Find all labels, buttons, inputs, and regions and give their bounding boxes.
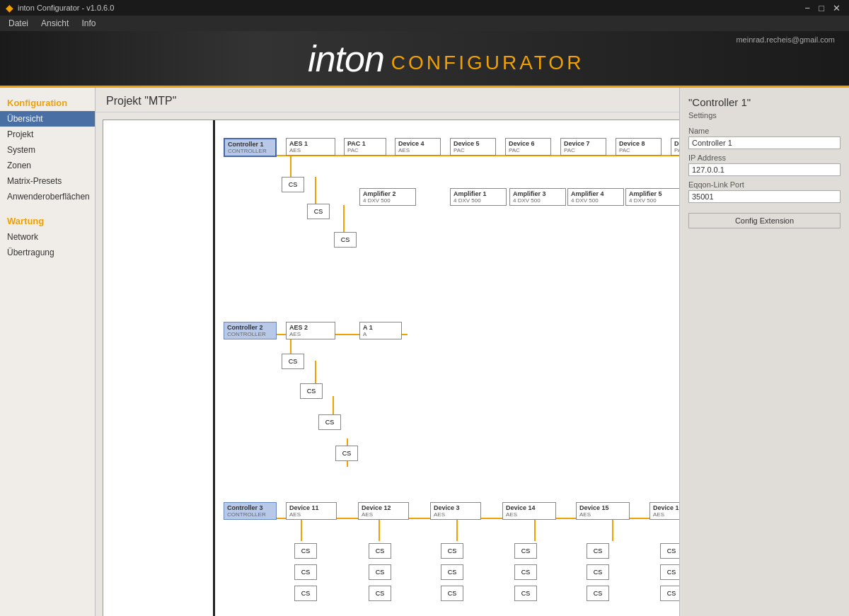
app-header: inton CONFIGURATOR meinrad.recheis@gmail… (0, 31, 849, 88)
node-cs-3-2-2[interactable]: CS (369, 564, 391, 580)
node-cs-3-5-1[interactable]: CS (587, 543, 609, 559)
sidebar-item-anwenderoberflachen[interactable]: Anwenderoberflächen (0, 189, 95, 204)
sidebar-item-ubersicht[interactable]: Übersicht (0, 111, 95, 127)
title-bar-left: ◆ inton Configurator - v1.0.6.0 (6, 2, 114, 13)
node-device4[interactable]: Device 4 AES (395, 138, 441, 156)
node-controller1[interactable]: Controller 1 CONTROLLER (224, 138, 277, 157)
node-cs-2-4[interactable]: CS (335, 446, 358, 461)
node-cs-3-3-3[interactable]: CS (441, 586, 463, 601)
node-a1[interactable]: A 1 A (359, 322, 402, 339)
node-cs-1-1[interactable]: CS (282, 177, 304, 192)
node-device7[interactable]: Device 7 PAC (560, 138, 606, 156)
panel-label-ip: IP Address (688, 153, 841, 162)
node-aes1[interactable]: AES 1 AES (286, 138, 335, 156)
panel-field-ip: IP Address (688, 153, 841, 176)
content-area: Projekt "MTP" (96, 88, 679, 616)
node-amp3[interactable]: Amplifier 3 4 DXV 500 (509, 188, 566, 206)
title-bar: ◆ inton Configurator - v1.0.6.0 − □ ✕ (0, 0, 849, 16)
node-cs-3-5-3[interactable]: CS (587, 586, 609, 601)
node-cs-3-6-3[interactable]: CS (660, 586, 679, 601)
node-aes2[interactable]: AES 2 AES (286, 322, 335, 339)
node-cs-3-1-2[interactable]: CS (294, 564, 317, 580)
sidebar-item-matrix-presets[interactable]: Matrix-Presets (0, 173, 95, 189)
node-device8[interactable]: Device 8 PAC (616, 138, 662, 156)
node-amp4[interactable]: Amplifier 4 4 DXV 500 (567, 188, 624, 206)
sidebar-item-system[interactable]: System (0, 142, 95, 158)
project-title: Projekt "MTP" (106, 95, 176, 107)
node-cs-1-3[interactable]: CS (334, 232, 357, 248)
menu-datei[interactable]: Datei (3, 17, 34, 30)
panel-field-port: Eqqon-Link Port (688, 180, 841, 203)
panel-label-port: Eqqon-Link Port (688, 180, 841, 189)
node-device14[interactable]: Device 14 AES (502, 502, 556, 520)
diagram-container[interactable]: Controller 1 CONTROLLER AES 1 AES PAC 1 … (96, 112, 679, 616)
konfiguration-label: Konfiguration (0, 93, 95, 111)
title-bar-text: inton Configurator - v1.0.6.0 (18, 4, 114, 12)
node-cs-3-3-2[interactable]: CS (441, 564, 463, 580)
diagram-inner: Controller 1 CONTROLLER AES 1 AES PAC 1 … (103, 120, 679, 616)
node-pac1[interactable]: PAC 1 PAC (344, 138, 386, 156)
panel-input-ip[interactable] (688, 163, 841, 176)
node-cs-1-2[interactable]: CS (307, 204, 330, 219)
node-cs-3-4-3[interactable]: CS (514, 586, 537, 601)
node-cs-3-4-1[interactable]: CS (514, 543, 537, 559)
user-email: meinrad.recheis@gmail.com (736, 31, 835, 44)
node-controller2[interactable]: Controller 2 CONTROLLER (224, 322, 277, 339)
node-controller3[interactable]: Controller 3 CONTROLLER (224, 502, 277, 520)
node-device12[interactable]: Device 12 AES (358, 502, 409, 520)
node-cs-3-6-1[interactable]: CS (660, 543, 679, 559)
panel-label-name: Name (688, 127, 841, 135)
vertical-line (213, 120, 215, 616)
config-extension-button[interactable]: Config Extension (688, 213, 841, 228)
sidebar: Konfiguration Übersicht Projekt System Z… (0, 88, 96, 616)
node-cs-3-1-1[interactable]: CS (294, 543, 317, 559)
node-device15[interactable]: Device 15 AES (576, 502, 630, 520)
maximize-button[interactable]: □ (816, 3, 827, 13)
logo-area: inton CONFIGURATOR (308, 37, 584, 80)
menu-info[interactable]: Info (76, 17, 101, 30)
node-cs-3-2-3[interactable]: CS (369, 586, 391, 601)
logo-inton: inton (308, 37, 384, 80)
wartung-label: Wartung (0, 211, 95, 229)
node-cs-3-6-2[interactable]: CS (660, 564, 679, 580)
menu-bar: Datei Ansicht Info (0, 16, 849, 31)
sidebar-item-zonen[interactable]: Zonen (0, 158, 95, 173)
menu-ansicht[interactable]: Ansicht (35, 17, 74, 30)
close-button[interactable]: ✕ (830, 3, 843, 13)
right-panel: "Controller 1" Settings Name IP Address … (679, 88, 849, 616)
sidebar-item-projekt[interactable]: Projekt (0, 127, 95, 142)
node-amp1[interactable]: Amplifier 1 4 DXV 500 (450, 188, 507, 206)
panel-section: Settings (688, 111, 841, 120)
node-cs-3-3-1[interactable]: CS (441, 543, 463, 559)
node-cs-3-1-3[interactable]: CS (294, 586, 317, 601)
sidebar-item-ubertragung[interactable]: Übertragung (0, 245, 95, 260)
panel-title: "Controller 1" (688, 96, 841, 108)
node-cs-3-4-2[interactable]: CS (514, 564, 537, 580)
node-cs-3-2-1[interactable]: CS (369, 543, 391, 559)
node-device6[interactable]: Device 6 PAC (505, 138, 551, 156)
node-device3[interactable]: Device 3 AES (430, 502, 481, 520)
node-amp5[interactable]: Amplifier 5 4 DXV 500 (625, 188, 679, 206)
node-device5[interactable]: Device 5 PAC (450, 138, 496, 156)
node-device16[interactable]: Device 16 AES (649, 502, 679, 520)
node-cs-2-3[interactable]: CS (318, 414, 341, 430)
content-header: Projekt "MTP" (96, 88, 679, 112)
node-amp2[interactable]: Amplifier 2 4 DXV 500 (359, 188, 416, 206)
minimize-button[interactable]: − (802, 3, 814, 13)
app-icon: ◆ (6, 2, 13, 13)
node-device11[interactable]: Device 11 AES (286, 502, 337, 520)
panel-input-name[interactable] (688, 136, 841, 149)
node-device9[interactable]: Device 9 PAC (671, 138, 679, 156)
title-bar-controls[interactable]: − □ ✕ (802, 3, 843, 13)
panel-input-port[interactable] (688, 190, 841, 203)
panel-field-name: Name (688, 127, 841, 149)
node-cs-2-1[interactable]: CS (282, 354, 304, 369)
sidebar-item-network[interactable]: Network (0, 229, 95, 245)
node-cs-3-5-2[interactable]: CS (587, 564, 609, 580)
node-cs-2-2[interactable]: CS (300, 383, 323, 399)
logo-configurator: CONFIGURATOR (391, 52, 584, 74)
main-layout: Konfiguration Übersicht Projekt System Z… (0, 88, 849, 616)
